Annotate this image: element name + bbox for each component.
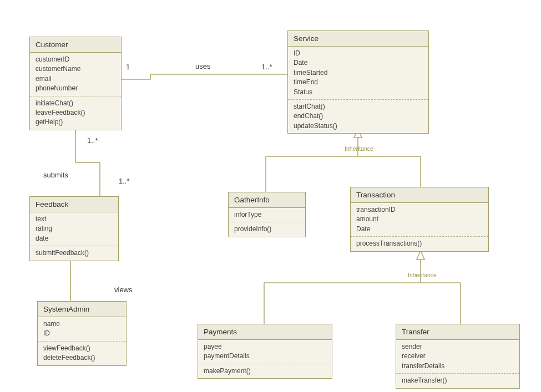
entry: email [36,74,115,84]
entry: Date [294,58,423,68]
entry: initiateChat() [36,99,115,108]
attrs: inforType [229,208,305,222]
entry: leaveFeedback() [36,108,115,118]
class-title: Payments [198,324,332,340]
assoc-submits: submits [43,171,68,179]
entry: submitFeedback() [36,248,113,258]
class-payments: Payments payeepaymentDetails makePayment… [198,324,332,379]
class-customer: Customer customerIDcustomerNameemailphon… [29,37,122,130]
entry: provideInfo() [234,225,300,234]
mult-1many: 1..* [261,63,272,71]
ops: provideInfo() [229,222,305,236]
entry: customerName [36,64,115,74]
attrs: senderreceivertransferDetails [396,340,519,373]
entry: phoneNumber [36,84,115,93]
entry: startChat() [294,102,423,111]
entry: makeTransfer() [402,376,514,385]
inh-label-2: Inheritance [408,272,437,278]
class-title: Transaction [351,187,488,203]
mult-1many-3: 1..* [119,177,130,185]
entry: processTransactions() [356,239,483,248]
attrs: textratingdate [30,212,118,246]
ops: makePayment() [198,364,332,378]
entry: paymentDetails [204,352,326,361]
entry: text [36,215,113,224]
entry: receiver [402,352,514,361]
entry: transactionID [356,205,483,215]
entry: date [36,234,113,243]
entry: transferDetails [402,362,514,371]
attrs: payeepaymentDetails [198,340,332,364]
entry: amount [356,215,483,224]
ops: initiateChat()leaveFeedback()getHelp() [30,96,121,130]
class-gatherinfo: GatherInfo inforType provideInfo() [228,192,306,237]
class-title: Feedback [30,197,118,212]
class-feedback: Feedback textratingdate submitFeedback() [29,196,119,261]
class-title: Service [288,31,428,47]
entry: updateStatus() [294,121,423,131]
class-title: GatherInfo [229,192,305,208]
class-transfer: Transfer senderreceivertransferDetails m… [396,324,520,389]
entry: payee [204,342,326,352]
entry: name [43,319,120,329]
entry: getHelp() [36,118,115,127]
class-systemadmin: SystemAdmin nameID viewFeedback()deleteF… [37,301,127,366]
entry: Date [356,225,483,234]
mult-1many-2: 1..* [87,136,98,145]
entry: Status [294,88,423,97]
attrs: customerIDcustomerNameemailphoneNumber [30,53,121,96]
entry: ID [43,329,120,338]
attrs: IDDatetimeStartedtimeEndStatus [288,47,428,99]
entry: deleteFeedback() [43,353,120,363]
entry: inforType [234,210,300,220]
entry: customerID [36,55,115,64]
ops: submitFeedback() [30,246,118,260]
assoc-uses: uses [195,62,210,70]
entry: timeStarted [294,68,423,78]
entry: rating [36,224,113,233]
class-transaction: Transaction transactionIDamountDate proc… [350,187,489,252]
inh-label-1: Inheritance [345,145,373,152]
class-title: SystemAdmin [38,302,126,317]
attrs: transactionIDamountDate [351,203,488,236]
ops: viewFeedback()deleteFeedback() [38,341,126,365]
entry: endChat() [294,111,423,121]
class-service: Service IDDatetimeStartedtimeEndStatus s… [287,30,429,134]
class-title: Transfer [396,324,519,340]
mult-1: 1 [126,63,130,71]
svg-marker-6 [417,251,424,259]
entry: sender [402,342,514,352]
entry: viewFeedback() [43,344,120,353]
entry: makePayment() [204,366,326,376]
ops: startChat()endChat()updateStatus() [288,99,428,133]
ops: processTransactions() [351,236,488,251]
ops: makeTransfer() [396,373,519,388]
entry: ID [294,49,423,58]
entry: timeEnd [294,78,423,87]
attrs: nameID [38,317,126,341]
class-title: Customer [30,37,121,53]
assoc-views: views [114,286,133,294]
